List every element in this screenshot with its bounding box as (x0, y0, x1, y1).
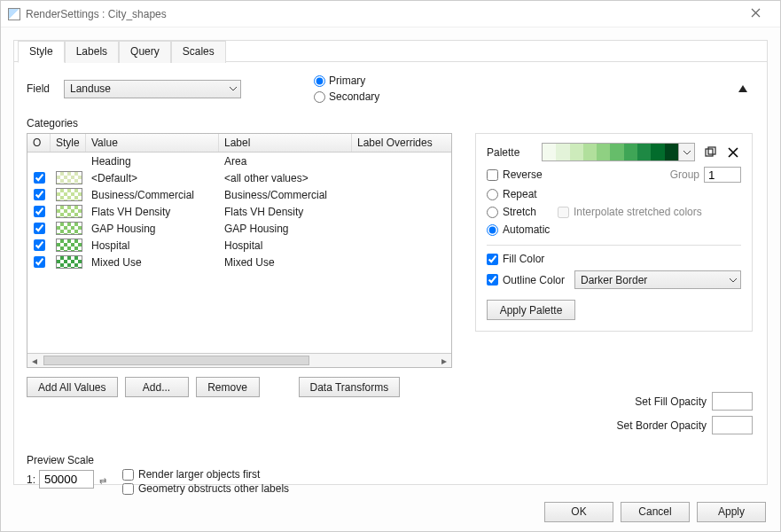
row-value: Flats VH Density (86, 206, 219, 218)
outline-color-checkbox[interactable] (487, 274, 498, 286)
col-overrides[interactable]: Label Overrides (352, 134, 451, 152)
scroll-thumb[interactable] (43, 356, 309, 365)
chevron-down-icon (230, 82, 237, 95)
data-transforms-button[interactable]: Data Transforms (299, 377, 401, 397)
palette-pane: Palette (475, 133, 753, 332)
palette-copy-icon[interactable] (702, 146, 718, 158)
col-label[interactable]: Label (219, 134, 352, 152)
render-larger-first-checkbox[interactable] (122, 469, 134, 481)
row-label: GAP Housing (219, 223, 352, 235)
col-value[interactable]: Value (86, 134, 219, 152)
tab-style[interactable]: Style (18, 41, 65, 63)
style-swatch[interactable] (56, 255, 82, 269)
row-label: Mixed Use (219, 256, 352, 269)
app-icon (8, 8, 20, 20)
stretch-radio[interactable] (487, 207, 498, 218)
table-row[interactable]: GAP HousingGAP Housing (27, 220, 451, 237)
row-visibility-checkbox[interactable] (34, 189, 45, 200)
titlebar: RenderSettings : City_shapes (1, 1, 780, 27)
cancel-button[interactable]: Cancel (621, 502, 690, 522)
fill-opacity-input[interactable] (712, 392, 753, 411)
border-opacity-input[interactable] (712, 416, 753, 434)
row-visibility-checkbox[interactable] (34, 223, 45, 234)
apply-palette-button[interactable]: Apply Palette (487, 300, 575, 320)
grid-heading-row: Heading Area (27, 153, 451, 169)
fill-color-checkbox[interactable] (487, 254, 498, 265)
col-o[interactable]: O (27, 134, 51, 152)
dialog-footer: OK Cancel Apply (1, 492, 780, 531)
style-swatch[interactable] (56, 188, 82, 201)
style-swatch[interactable] (56, 222, 82, 235)
preview-block: Preview Scale 1: ⇄ Render larger objects… (27, 454, 289, 495)
group-input[interactable] (704, 167, 741, 183)
group-label: Group (670, 168, 699, 181)
close-icon (751, 8, 761, 18)
expand-toggle-icon[interactable] (737, 83, 749, 98)
outline-color-combo[interactable]: Darker Border (574, 270, 741, 289)
preview-scale-label: Preview Scale (27, 454, 112, 466)
mode-secondary-radio[interactable]: Secondary (314, 89, 379, 105)
svg-rect-0 (706, 149, 713, 156)
palette-label: Palette (487, 146, 535, 159)
row-visibility-checkbox[interactable] (34, 206, 45, 217)
row-visibility-checkbox[interactable] (34, 239, 45, 251)
grid-horizontal-scrollbar[interactable]: ◂ ▸ (27, 353, 451, 367)
preview-scale-input[interactable] (39, 470, 94, 489)
window-title: RenderSettings : City_shapes (26, 8, 738, 20)
scroll-right-icon[interactable]: ▸ (437, 354, 451, 367)
row-label: Business/Commercial (219, 189, 352, 201)
tab-scales[interactable]: Scales (171, 41, 226, 63)
table-row[interactable]: Mixed UseMixed Use (27, 254, 451, 270)
table-row[interactable]: <Default><all other values> (27, 169, 451, 186)
ok-button[interactable]: OK (544, 502, 613, 522)
tab-query[interactable]: Query (119, 41, 171, 63)
col-style[interactable]: Style (51, 134, 86, 152)
row-value: Hospital (86, 239, 219, 252)
palette-strip (543, 144, 678, 160)
mode-primary-input[interactable] (314, 75, 325, 87)
render-settings-window: RenderSettings : City_shapes Style Label… (0, 0, 781, 532)
row-visibility-checkbox[interactable] (34, 256, 45, 268)
scale-swap-icon[interactable]: ⇄ (99, 476, 106, 486)
interpolate-checkbox (558, 207, 569, 218)
categories-grid: O Style Value Label Label Overrides Head… (27, 133, 452, 368)
row-visibility-checkbox[interactable] (34, 172, 45, 184)
table-row[interactable]: HospitalHospital (27, 237, 451, 254)
field-combo[interactable]: Landuse (64, 80, 241, 98)
border-opacity-label: Set Border Opacity (617, 419, 707, 432)
remove-button[interactable]: Remove (196, 377, 260, 397)
settings-panel: Style Labels Query Scales Field Landuse (13, 40, 768, 485)
reverse-checkbox[interactable] (487, 169, 498, 181)
add-all-values-button[interactable]: Add All Values (27, 377, 118, 397)
svg-rect-1 (708, 147, 715, 154)
automatic-radio[interactable] (487, 224, 498, 236)
mode-primary-radio[interactable]: Primary (314, 73, 379, 89)
apply-button[interactable]: Apply (697, 502, 766, 522)
repeat-radio[interactable] (487, 189, 498, 200)
row-value: <Default> (86, 172, 219, 184)
chevron-down-icon (678, 144, 694, 160)
chevron-down-icon (730, 274, 737, 286)
grid-body[interactable]: Heading Area <Default><all other values>… (27, 153, 451, 353)
row-label: Flats VH Density (219, 206, 352, 218)
palette-clear-icon[interactable] (725, 147, 741, 158)
tab-labels[interactable]: Labels (65, 41, 119, 63)
scroll-left-icon[interactable]: ◂ (27, 354, 42, 367)
window-close-button[interactable] (738, 8, 773, 20)
style-swatch[interactable] (56, 171, 82, 184)
opacity-block: Set Fill Opacity Set Border Opacity (617, 392, 753, 440)
mode-secondary-input[interactable] (314, 91, 325, 103)
table-row[interactable]: Business/CommercialBusiness/Commercial (27, 186, 451, 203)
style-swatch[interactable] (56, 239, 82, 252)
add-button[interactable]: Add... (125, 377, 189, 397)
row-label: Hospital (219, 239, 352, 252)
palette-combo[interactable] (542, 143, 695, 161)
tabstrip: Style Labels Query Scales (14, 40, 767, 62)
row-value: GAP Housing (86, 223, 219, 235)
field-label: Field (27, 82, 55, 95)
grid-header: O Style Value Label Label Overrides (27, 134, 451, 153)
style-swatch[interactable] (56, 205, 82, 218)
row-label: <all other values> (219, 172, 352, 184)
row-value: Business/Commercial (86, 189, 219, 201)
table-row[interactable]: Flats VH DensityFlats VH Density (27, 203, 451, 220)
